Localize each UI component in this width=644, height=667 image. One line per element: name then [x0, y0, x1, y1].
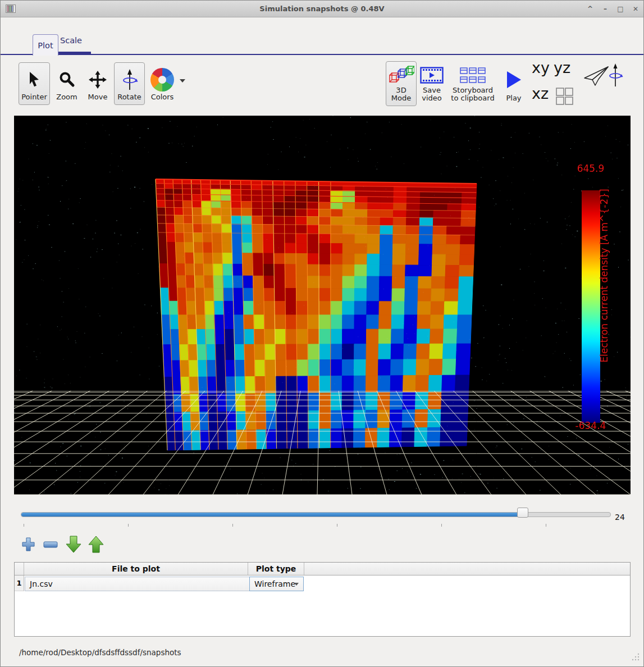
storyboard-icon [460, 65, 486, 86]
plot-3d-viewport[interactable] [14, 116, 631, 495]
move-row-up-button[interactable] [88, 535, 104, 554]
play-label: Play [506, 94, 521, 103]
colors-label: Colors [151, 93, 174, 102]
plot-type-select[interactable]: Wireframe [249, 577, 304, 591]
colors-button[interactable]: Colors [146, 62, 179, 105]
save-video-label: Save video [419, 86, 445, 103]
maximize-button[interactable]: □ [616, 4, 625, 13]
storyboard-button[interactable]: Storyboard to clipboard [447, 61, 499, 106]
remove-row-button[interactable] [43, 541, 58, 548]
rotate-label: Rotate [117, 93, 141, 102]
view-xy-button[interactable]: xy [532, 59, 550, 76]
tab-scale-underline [57, 52, 91, 54]
file-select[interactable]: Jn.csv [25, 577, 261, 591]
view-yz-button[interactable]: yz [554, 59, 570, 76]
files-table-header: File to plot Plot type [15, 563, 630, 575]
rotate-axis-icon-small[interactable] [608, 62, 623, 90]
minimize-button[interactable]: – [601, 4, 610, 13]
paper-plane-icon[interactable] [582, 65, 609, 89]
plot-type-value: Wireframe [254, 579, 295, 588]
files-table: File to plot Plot type 1 Jn.csv Wirefram… [14, 562, 631, 637]
titlebar[interactable]: Simulation snapshots @ 0.48V ^ – □ ✕ [1, 1, 643, 17]
mode-3d-label: 3D Mode [387, 86, 415, 103]
cubes-3d-icon [389, 65, 414, 86]
play-icon [505, 65, 522, 94]
move-arrows-icon [89, 66, 107, 93]
status-path: /home/rod/Desktop/dfsdsffdssdf/snapshots [19, 648, 181, 657]
pointer-icon [26, 66, 43, 93]
mode-3d-button[interactable]: 3D Mode [386, 61, 417, 106]
header-plot-type[interactable]: Plot type [248, 563, 304, 575]
tab-divider-line [1, 54, 643, 55]
slider-handle[interactable] [517, 508, 528, 518]
move-label: Move [88, 93, 108, 102]
shade-button[interactable]: ^ [586, 4, 595, 13]
add-row-button[interactable] [22, 537, 35, 552]
header-file-to-plot[interactable]: File to plot [24, 563, 248, 575]
app-window: Simulation snapshots @ 0.48V ^ – □ ✕ Plo… [0, 0, 644, 667]
file-select-value: Jn.csv [30, 579, 53, 588]
storyboard-label: Storyboard to clipboard [449, 86, 497, 103]
pointer-label: Pointer [21, 93, 47, 102]
move-row-down-button[interactable] [66, 535, 81, 554]
tab-plot[interactable]: Plot [33, 34, 58, 56]
grid-2x2-icon[interactable] [556, 88, 574, 107]
resize-grip-icon[interactable] [631, 652, 640, 664]
play-button[interactable]: Play [500, 61, 527, 106]
rotate-axis-icon [121, 66, 138, 93]
colors-dropdown-caret[interactable] [180, 79, 185, 83]
view-xz-button[interactable]: xz [532, 85, 549, 102]
zoom-label: Zoom [56, 93, 77, 102]
row-number[interactable]: 1 [15, 575, 24, 591]
slider-value: 24 [615, 513, 625, 522]
close-button[interactable]: ✕ [631, 4, 640, 13]
filmstrip-icon [420, 65, 444, 86]
save-video-button[interactable]: Save video [417, 61, 446, 106]
slider-fill [21, 513, 518, 517]
header-rownum [15, 563, 24, 575]
tab-scale[interactable]: Scale [60, 36, 82, 45]
zoom-button[interactable]: Zoom [52, 62, 82, 105]
magnifier-icon [58, 66, 75, 93]
color-wheel-icon [150, 68, 174, 92]
window-title: Simulation snapshots @ 0.48V [1, 4, 643, 13]
move-button[interactable]: Move [83, 62, 113, 105]
plot-type-caret [294, 583, 299, 586]
rotate-button[interactable]: Rotate [114, 62, 145, 105]
pointer-button[interactable]: Pointer [19, 62, 50, 105]
